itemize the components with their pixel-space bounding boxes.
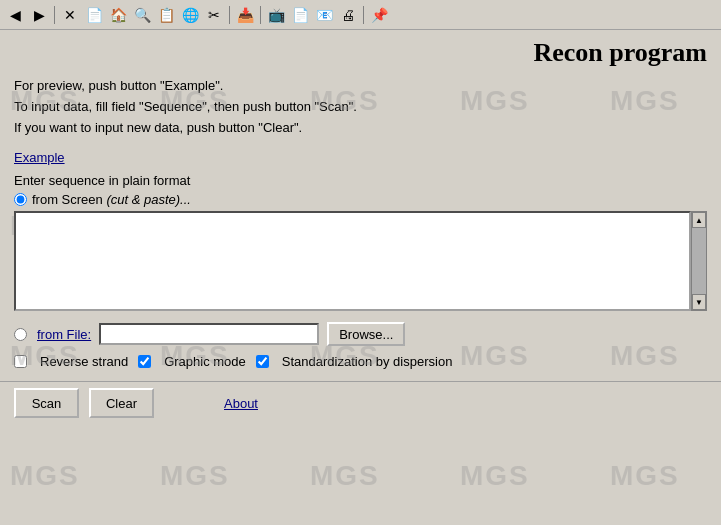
scan-button[interactable]: Scan — [14, 388, 79, 418]
title-bar: Recon program — [0, 30, 721, 72]
clipboard-button[interactable]: 📋 — [155, 4, 177, 26]
page-title: Recon program — [533, 38, 707, 68]
from-file-row: from File: Browse... — [14, 322, 707, 346]
print-button[interactable]: 🖨 — [337, 4, 359, 26]
screen-button[interactable]: 📺 — [265, 4, 287, 26]
sequence-label: Enter sequence in plain format — [14, 173, 707, 188]
from-screen-italic: (cut & paste)... — [106, 192, 191, 207]
back-button[interactable]: ◀ — [4, 4, 26, 26]
toolbar-separator-1 — [54, 6, 55, 24]
from-file-label: from File: — [37, 327, 91, 342]
reverse-strand-label[interactable]: Reverse strand — [40, 354, 128, 369]
example-link[interactable]: Example — [14, 150, 65, 165]
globe-button[interactable]: 🌐 — [179, 4, 201, 26]
toolbar-separator-4 — [363, 6, 364, 24]
from-file-label-wrapper[interactable]: from File: — [37, 327, 91, 342]
bottom-buttons: Scan Clear About — [0, 381, 721, 424]
pin-button[interactable]: 📌 — [368, 4, 390, 26]
instruction-line-3: If you want to input new data, push butt… — [14, 118, 707, 139]
doc-button[interactable]: 📄 — [289, 4, 311, 26]
graphic-mode-checkbox[interactable] — [138, 355, 151, 368]
from-screen-radio[interactable] — [14, 193, 27, 206]
instruction-line-2: To input data, fill field "Sequence", th… — [14, 97, 707, 118]
about-link[interactable]: About — [224, 396, 258, 411]
instruction-line-1: For preview, push button "Example". — [14, 76, 707, 97]
cut-button[interactable]: ✂ — [203, 4, 225, 26]
from-file-radio[interactable] — [14, 328, 27, 341]
from-screen-text: from Screen — [32, 192, 106, 207]
graphic-mode-label[interactable]: Graphic mode — [164, 354, 246, 369]
standardization-label[interactable]: Standardization by dispersion — [282, 354, 453, 369]
watermark-16: MGS — [10, 460, 80, 492]
page-wrapper: MGS MGS MGS MGS MGS MGS MGS MGS MGS MGS … — [0, 30, 721, 525]
file-path-input[interactable] — [99, 323, 319, 345]
options-row: Reverse strand Graphic mode Standardizat… — [0, 354, 721, 369]
instructions: For preview, push button "Example". To i… — [0, 72, 721, 146]
home-button[interactable]: 🏠 — [107, 4, 129, 26]
new-button[interactable]: 📄 — [83, 4, 105, 26]
email-button[interactable]: 📧 — [313, 4, 335, 26]
toolbar-separator-2 — [229, 6, 230, 24]
download-button[interactable]: 📥 — [234, 4, 256, 26]
watermark-17: MGS — [160, 460, 230, 492]
from-screen-label[interactable]: from Screen (cut & paste)... — [32, 192, 191, 207]
search-button[interactable]: 🔍 — [131, 4, 153, 26]
watermark-19: MGS — [460, 460, 530, 492]
scrollbar-down-button[interactable]: ▼ — [692, 294, 706, 310]
watermark-20: MGS — [610, 460, 680, 492]
forward-button[interactable]: ▶ — [28, 4, 50, 26]
toolbar: ◀ ▶ ✕ 📄 🏠 🔍 📋 🌐 ✂ 📥 📺 📄 📧 🖨 📌 — [0, 0, 721, 30]
watermark-18: MGS — [310, 460, 380, 492]
toolbar-separator-3 — [260, 6, 261, 24]
sequence-textarea[interactable] — [14, 211, 691, 311]
browse-button[interactable]: Browse... — [327, 322, 405, 346]
scrollbar-up-button[interactable]: ▲ — [692, 212, 706, 228]
scrollbar-track — [692, 228, 706, 294]
scrollbar: ▲ ▼ — [691, 211, 707, 311]
from-screen-row: from Screen (cut & paste)... — [14, 192, 707, 207]
standardization-checkbox[interactable] — [256, 355, 269, 368]
sequence-textarea-wrapper: ▲ ▼ — [14, 211, 707, 314]
clear-button[interactable]: Clear — [89, 388, 154, 418]
reverse-strand-checkbox[interactable] — [14, 355, 27, 368]
stop-button[interactable]: ✕ — [59, 4, 81, 26]
sequence-section: Enter sequence in plain format from Scre… — [0, 173, 721, 346]
